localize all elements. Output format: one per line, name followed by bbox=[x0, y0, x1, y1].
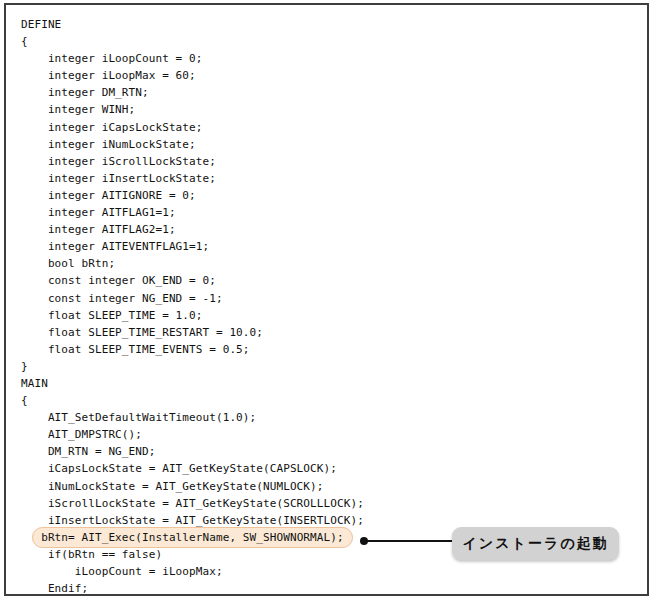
code-line: } bbox=[21, 358, 364, 375]
code-line: integer DM_RTN; bbox=[21, 84, 364, 101]
code-line: integer WINH; bbox=[21, 101, 364, 118]
code-line: integer AITEVENTFLAG1=1; bbox=[21, 238, 364, 255]
annotation-label-text: インストーラの起動 bbox=[463, 535, 609, 553]
code-line: iScrollLockState = AIT_GetKeyState(SCROL… bbox=[21, 495, 364, 512]
code-line: AIT_SetDefaultWaitTimeout(1.0); bbox=[21, 409, 364, 426]
code-line: integer iCapsLockState; bbox=[21, 119, 364, 136]
code-line: integer iLoopMax = 60; bbox=[21, 67, 364, 84]
code-line: const integer NG_END = -1; bbox=[21, 290, 364, 307]
code-line: AIT_DMPSTRC(); bbox=[21, 426, 364, 443]
code-line: integer iNumLockState; bbox=[21, 136, 364, 153]
code-line: integer iLoopCount = 0; bbox=[21, 50, 364, 67]
code-line: iLoopCount = iLoopMax; bbox=[21, 563, 364, 580]
code-line: const integer OK_END = 0; bbox=[21, 272, 364, 289]
connector-bullet bbox=[360, 537, 368, 545]
code-line: iNumLockState = AIT_GetKeyState(NUMLOCK)… bbox=[21, 478, 364, 495]
code-line: { bbox=[21, 33, 364, 50]
code-line: float SLEEP_TIME_RESTART = 10.0; bbox=[21, 324, 364, 341]
code-line: { bbox=[21, 392, 364, 409]
code-line: bool bRtn; bbox=[21, 255, 364, 272]
code-line: integer AITFLAG1=1; bbox=[21, 204, 364, 221]
code-line: Endif; bbox=[21, 580, 364, 597]
code-line: float SLEEP_TIME_EVENTS = 0.5; bbox=[21, 341, 364, 358]
code-line: integer iScrollLockState; bbox=[21, 153, 364, 170]
code-line: MAIN bbox=[21, 375, 364, 392]
connector-line bbox=[366, 540, 453, 542]
code-line: DM_RTN = NG_END; bbox=[21, 443, 364, 460]
code-listing: DEFINE{ integer iLoopCount = 0; integer … bbox=[21, 16, 364, 597]
highlighted-code: bRtn= AIT_Exec(InstallerName, SW_SHOWNOR… bbox=[32, 527, 353, 548]
code-line: iCapsLockState = AIT_GetKeyState(CAPSLOC… bbox=[21, 460, 364, 477]
code-line: integer iInsertLockState; bbox=[21, 170, 364, 187]
code-line: integer AITFLAG2=1; bbox=[21, 221, 364, 238]
code-line: if(bRtn == false) bbox=[21, 546, 364, 563]
code-line: bRtn= AIT_Exec(InstallerName, SW_SHOWNOR… bbox=[21, 529, 364, 546]
code-line: DEFINE bbox=[21, 16, 364, 33]
code-line: integer AITIGNORE = 0; bbox=[21, 187, 364, 204]
code-line: float SLEEP_TIME = 1.0; bbox=[21, 307, 364, 324]
annotation-label: インストーラの起動 bbox=[452, 527, 619, 560]
